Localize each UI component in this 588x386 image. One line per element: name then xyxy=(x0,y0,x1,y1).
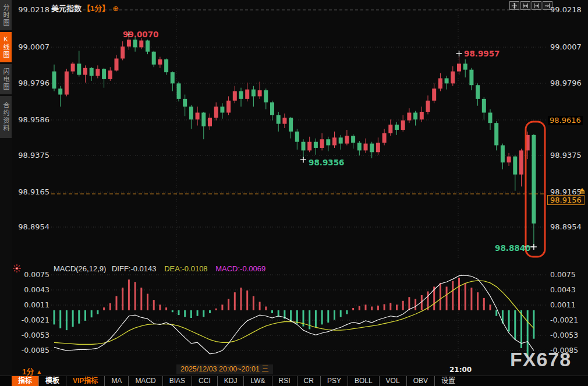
chart-title: 美元指数【1分】⊕ xyxy=(51,2,119,13)
macd-axis-right-label: 0.0075 xyxy=(550,270,576,279)
tab-kdj[interactable]: KDJ xyxy=(217,376,244,386)
chart-tool-buttons xyxy=(509,1,552,10)
zoom-out-horizontal-icon[interactable] xyxy=(532,1,541,10)
tab-vip-indicator[interactable]: VIP指标 xyxy=(66,376,104,386)
add-indicator-icon[interactable]: ⊕ xyxy=(112,4,119,13)
macd-axis-right-label: 0.0043 xyxy=(550,285,576,294)
price-axis-left-label: 98.8954 xyxy=(17,222,49,232)
tab-lw[interactable]: LW& xyxy=(243,376,271,386)
price-axis-left-label: 99.0007 xyxy=(17,43,49,52)
crosshair-move-icon[interactable] xyxy=(509,1,519,10)
zoom-in-horizontal-icon[interactable] xyxy=(520,1,530,10)
macd-axis-left-label: -0.0053 xyxy=(16,331,49,339)
price-axis-left-label: 99.0218 xyxy=(17,5,49,15)
tab-cr[interactable]: CR xyxy=(297,376,320,386)
tab-obv[interactable]: OBV xyxy=(406,376,434,386)
macd-axis-left-label: 0.0043 xyxy=(16,285,49,294)
tab-indicator[interactable]: 指标 xyxy=(12,376,38,386)
price-axis-left-label: 98.9586 xyxy=(17,115,49,125)
annotation-high-2: 98.9957 xyxy=(464,49,500,58)
tab-vol[interactable]: VOL xyxy=(379,376,406,386)
macd-axis-left-label: 0.0011 xyxy=(16,300,49,309)
time-axis-tick: 21:00 xyxy=(449,366,472,374)
macd-macd-value: MACD:-0.0069 xyxy=(215,264,265,273)
sidebar-item-time-chart[interactable]: 分时图 xyxy=(0,0,12,30)
annotation-high-1: 99.0070 xyxy=(123,30,159,39)
macd-params: MACD(26,12,9) xyxy=(54,264,106,273)
macd-diff-value: DIFF:-0.0143 xyxy=(112,264,157,273)
macd-axis-right-label: -0.0021 xyxy=(550,316,578,324)
watermark: FX678 xyxy=(510,348,571,371)
tab-rsi[interactable]: RSI xyxy=(272,376,297,386)
tab-template[interactable]: 模板 xyxy=(38,376,66,386)
sidebar-item-flash-chart[interactable]: 闪电图 xyxy=(0,64,12,94)
annotation-low-1: 98.9356 xyxy=(309,158,345,167)
macd-axis-left-label: -0.0021 xyxy=(16,316,49,324)
macd-axis-right-label: -0.0053 xyxy=(550,331,578,339)
indicator-settings-icon[interactable] xyxy=(12,264,22,273)
crosshair-time-tooltip: 2025/12/03 20:00~20:01 三 xyxy=(176,364,273,374)
instrument-name: 美元指数 xyxy=(51,4,82,13)
tab-ma[interactable]: MA xyxy=(104,376,128,386)
timeframe-dropdown-icon: ▲ xyxy=(36,369,42,375)
indicator-toolbar: 指标模板VIP指标MAMACDBIASCCIKDJLW&RSICRPSYBOLL… xyxy=(0,376,588,386)
price-axis-right-label: 98.9375 xyxy=(550,151,582,160)
period-label: 【1分】 xyxy=(83,4,109,13)
tab-bias[interactable]: BIAS xyxy=(162,376,192,386)
price-axis-left-label: 98.9796 xyxy=(17,79,49,88)
tab-macd[interactable]: MACD xyxy=(128,376,162,386)
tab-psy[interactable]: PSY xyxy=(320,376,348,386)
price-alert-arrow-icon[interactable] xyxy=(579,188,586,194)
toolbar-spacer xyxy=(0,376,12,386)
price-axis-left-label: 98.9165 xyxy=(17,187,49,197)
macd-indicator-header[interactable]: MACD(26,12,9) DIFF:-0.0143 DEA:-0.0108 M… xyxy=(54,264,265,273)
session-price-marker: 98.9616 xyxy=(548,116,583,125)
price-axis-right-label: 99.0007 xyxy=(550,43,582,52)
tab-settings[interactable]: 设置 xyxy=(434,376,462,386)
macd-axis-left-label: -0.0085 xyxy=(16,346,49,355)
tab-cci[interactable]: CCI xyxy=(192,376,217,386)
price-axis-right-label: 98.8954 xyxy=(550,222,582,232)
macd-dea-value: DEA:-0.0108 xyxy=(164,264,207,273)
price-axis-right-label: 98.9796 xyxy=(550,79,582,88)
chart-canvas[interactable] xyxy=(0,0,588,386)
price-axis-right-label: 99.0218 xyxy=(550,5,582,15)
annotation-low-2: 98.8840 xyxy=(495,243,531,253)
sidebar-item-contract-info[interactable]: 合约资料 xyxy=(0,96,12,138)
current-price-box: 98.9156 xyxy=(547,195,585,205)
timeframe-text: 1分 xyxy=(22,367,34,376)
sidebar-item-kline-chart[interactable]: K线图 xyxy=(0,32,12,62)
sidebar: 分时图K线图闪电图合约资料 xyxy=(0,0,12,386)
price-axis-left-label: 98.9375 xyxy=(17,151,49,160)
tab-boll[interactable]: BOLL xyxy=(348,376,379,386)
macd-axis-right-label: 0.0011 xyxy=(550,300,576,309)
